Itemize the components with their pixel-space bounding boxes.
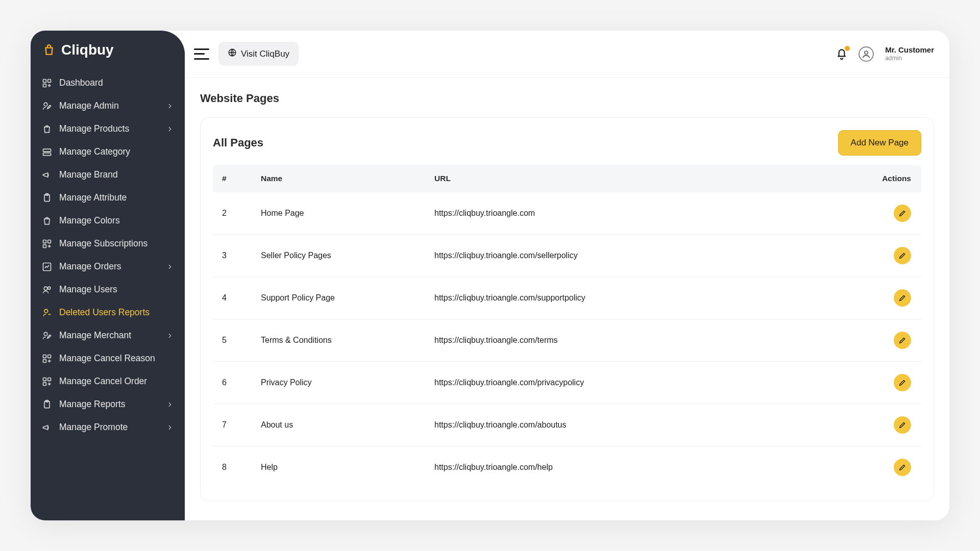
sidebar-item-manage-cancel-reason[interactable]: Manage Cancel Reason: [35, 347, 181, 370]
col-name: Name: [254, 165, 427, 192]
edit-button[interactable]: [894, 374, 911, 391]
brand: Cliqbuy: [31, 31, 185, 71]
chart-icon: [42, 262, 52, 272]
cell-actions: [860, 446, 921, 489]
cell-url: https://cliqbuy.trioangle.com/help: [427, 446, 860, 489]
cell-name: Help: [254, 446, 427, 489]
sidebar-item-label: Manage Orders: [59, 261, 159, 272]
visit-site-button[interactable]: Visit CliqBuy: [218, 42, 299, 66]
table-body: 2Home Pagehttps://cliqbuy.trioangle.com3…: [213, 192, 921, 488]
cell-name: Home Page: [254, 192, 427, 235]
megaphone-icon: [42, 422, 52, 433]
cell-index: 2: [213, 192, 254, 235]
bag-icon: [42, 124, 52, 134]
edit-button[interactable]: [894, 247, 911, 264]
table-row: 6Privacy Policyhttps://cliqbuy.trioangle…: [213, 362, 921, 404]
table-row: 3Seller Policy Pageshttps://cliqbuy.trio…: [213, 235, 921, 277]
chevron-right-icon: [166, 126, 174, 133]
add-new-page-button[interactable]: Add New Page: [838, 130, 921, 156]
pencil-icon: [898, 252, 906, 260]
card-head: All Pages Add New Page: [213, 130, 921, 156]
sidebar-item-label: Manage Attribute: [59, 192, 174, 203]
cell-actions: [860, 319, 921, 362]
sidebar-item-label: Manage Admin: [59, 101, 159, 111]
col-actions: Actions: [860, 165, 921, 192]
sidebar-item-label: Manage Merchant: [59, 330, 159, 341]
sidebar-item-label: Dashboard: [59, 78, 174, 88]
sidebar-item-manage-reports[interactable]: Manage Reports: [35, 393, 181, 416]
sidebar-item-label: Manage Reports: [59, 399, 159, 410]
user-role: admin: [885, 55, 934, 62]
cell-index: 6: [213, 362, 254, 404]
sidebar-item-manage-products[interactable]: Manage Products: [35, 117, 181, 140]
sidebar-item-dashboard[interactable]: Dashboard: [35, 71, 181, 94]
sidebar-item-label: Manage Colors: [59, 215, 174, 226]
sidebar-item-manage-category[interactable]: Manage Category: [35, 140, 181, 163]
cell-name: Seller Policy Pages: [254, 235, 427, 277]
edit-button[interactable]: [894, 289, 911, 307]
pencil-icon: [898, 463, 906, 471]
cell-name: Privacy Policy: [254, 362, 427, 404]
notification-dot: [845, 46, 850, 51]
chevron-right-icon: [166, 332, 174, 339]
sidebar-item-manage-cancel-order[interactable]: Manage Cancel Order: [35, 370, 181, 393]
cell-name: Terms & Conditions: [254, 319, 427, 362]
sidebar-item-deleted-users-reports[interactable]: Deleted Users Reports: [35, 301, 181, 324]
user-name: Mr. Customer: [885, 45, 934, 55]
cell-index: 5: [213, 319, 254, 362]
cell-actions: [860, 362, 921, 404]
clipboard-icon: [42, 193, 52, 203]
sidebar-item-manage-merchant[interactable]: Manage Merchant: [35, 324, 181, 347]
pencil-icon: [898, 379, 906, 387]
cell-actions: [860, 277, 921, 319]
sidebar-item-manage-promote[interactable]: Manage Promote: [35, 416, 181, 439]
table-row: 5Terms & Conditionshttps://cliqbuy.trioa…: [213, 319, 921, 362]
table-row: 2Home Pagehttps://cliqbuy.trioangle.com: [213, 192, 921, 235]
edit-button[interactable]: [894, 416, 911, 434]
edit-button[interactable]: [894, 332, 911, 349]
topbar: Visit CliqBuy Mr. Customer admin: [185, 31, 949, 78]
col-url: URL: [427, 165, 860, 192]
cell-url: https://cliqbuy.trioangle.com/aboutus: [427, 404, 860, 446]
sidebar-item-label: Manage Category: [59, 146, 174, 157]
sidebar-item-manage-admin[interactable]: Manage Admin: [35, 94, 181, 117]
cell-actions: [860, 192, 921, 235]
user-minus-icon: [42, 308, 52, 318]
cell-index: 4: [213, 277, 254, 319]
sidebar-item-label: Manage Brand: [59, 169, 174, 180]
notifications-button[interactable]: [835, 47, 849, 61]
globe-icon: [228, 48, 237, 60]
sidebar-item-manage-brand[interactable]: Manage Brand: [35, 163, 181, 186]
edit-button[interactable]: [894, 205, 911, 222]
chevron-right-icon: [166, 263, 174, 270]
sidebar-item-label: Manage Users: [59, 284, 174, 295]
user-block: Mr. Customer admin: [885, 45, 934, 62]
user-avatar[interactable]: [859, 46, 874, 62]
cell-actions: [860, 235, 921, 277]
grid-plus-icon: [42, 78, 52, 88]
sidebar-item-manage-orders[interactable]: Manage Orders: [35, 255, 181, 278]
nav-list: DashboardManage AdminManage ProductsMana…: [31, 71, 185, 439]
user-edit-icon: [42, 331, 52, 341]
layers-icon: [42, 147, 52, 157]
sidebar-item-label: Manage Cancel Order: [59, 376, 174, 387]
sidebar-item-manage-users[interactable]: Manage Users: [35, 278, 181, 301]
cell-name: About us: [254, 404, 427, 446]
cell-url: https://cliqbuy.trioangle.com/terms: [427, 319, 860, 362]
cell-url: https://cliqbuy.trioangle.com/supportpol…: [427, 277, 860, 319]
pages-table: # Name URL Actions 2Home Pagehttps://cli…: [213, 165, 921, 488]
chevron-right-icon: [166, 401, 174, 408]
sidebar-item-manage-colors[interactable]: Manage Colors: [35, 209, 181, 232]
visit-site-label: Visit CliqBuy: [241, 49, 289, 59]
cell-actions: [860, 404, 921, 446]
menu-toggle-button[interactable]: [194, 48, 209, 60]
sidebar-item-manage-subscriptions[interactable]: Manage Subscriptions: [35, 232, 181, 255]
pencil-icon: [898, 336, 906, 344]
sidebar-item-manage-attribute[interactable]: Manage Attribute: [35, 186, 181, 209]
pencil-icon: [898, 421, 906, 429]
table-row: 7About ushttps://cliqbuy.trioangle.com/a…: [213, 404, 921, 446]
edit-button[interactable]: [894, 459, 911, 476]
chevron-right-icon: [166, 424, 174, 431]
megaphone-icon: [42, 170, 52, 180]
sidebar: Cliqbuy DashboardManage AdminManage Prod…: [31, 31, 185, 520]
